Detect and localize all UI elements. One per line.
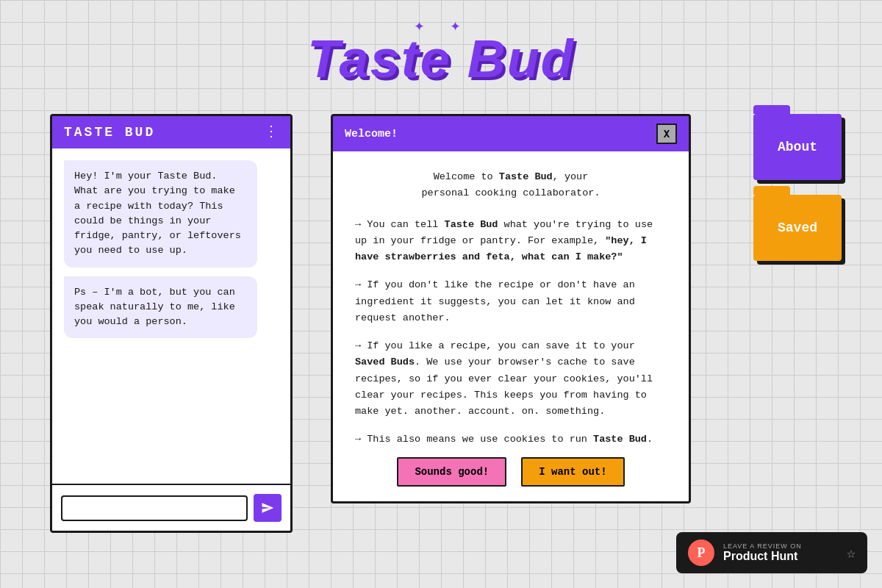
chat-header: TASTE BUD ⋮ (52, 116, 290, 148)
modal-welcome-line: Welcome to Taste Bud, yourpersonal cooki… (355, 169, 667, 202)
product-hunt-leave-text: LEAVE A REVIEW ON (723, 542, 838, 550)
modal-para-4: → This also means we use cookies to run … (355, 431, 667, 445)
sidebar-buttons: About Saved (753, 114, 842, 261)
product-hunt-star-icon: ☆ (847, 544, 856, 562)
send-button[interactable] (254, 494, 282, 522)
modal-footer: Sounds good! I want out! (333, 445, 689, 501)
saved-button[interactable]: Saved (753, 195, 842, 261)
modal-para-1: → You can tell Taste Bud what you're try… (355, 217, 667, 266)
product-hunt-name: Product Hunt (723, 550, 838, 563)
welcome-modal: Welcome! X Welcome to Taste Bud, yourper… (331, 114, 691, 503)
about-label: About (778, 140, 817, 154)
chat-title: TASTE BUD (64, 125, 155, 140)
modal-para-2: → If you don't like the recipe or don't … (355, 277, 667, 326)
chat-panel: TASTE BUD ⋮ Hey! I'm your Taste Bud. Wha… (50, 114, 293, 533)
message-bubble-1: Hey! I'm your Taste Bud. What are you tr… (64, 160, 257, 268)
product-hunt-text: LEAVE A REVIEW ON Product Hunt (723, 542, 838, 563)
chat-input[interactable] (61, 495, 248, 521)
saved-label: Saved (778, 220, 817, 235)
app-title: Taste Bud (307, 32, 574, 85)
accept-button[interactable]: Sounds good! (397, 457, 506, 487)
message-bubble-2: Ps – I'm a bot, but you can speak natura… (64, 276, 257, 339)
chat-input-area (52, 484, 290, 531)
send-icon (261, 501, 274, 514)
modal-body: Welcome to Taste Bud, yourpersonal cooki… (333, 151, 689, 445)
reject-button[interactable]: I want out! (521, 457, 624, 487)
menu-icon[interactable]: ⋮ (264, 125, 279, 140)
product-hunt-badge[interactable]: P LEAVE A REVIEW ON Product Hunt ☆ (676, 532, 867, 573)
modal-para-3: → If you like a recipe, you can save it … (355, 338, 667, 420)
product-hunt-icon: P (688, 539, 714, 566)
modal-close-button[interactable]: X (656, 123, 677, 144)
chat-messages: Hey! I'm your Taste Bud. What are you tr… (52, 148, 290, 484)
title-area: ✦ ✦ Taste Bud (307, 15, 574, 85)
about-button[interactable]: About (753, 114, 842, 180)
modal-header: Welcome! X (333, 116, 689, 151)
modal-title: Welcome! (345, 128, 398, 140)
